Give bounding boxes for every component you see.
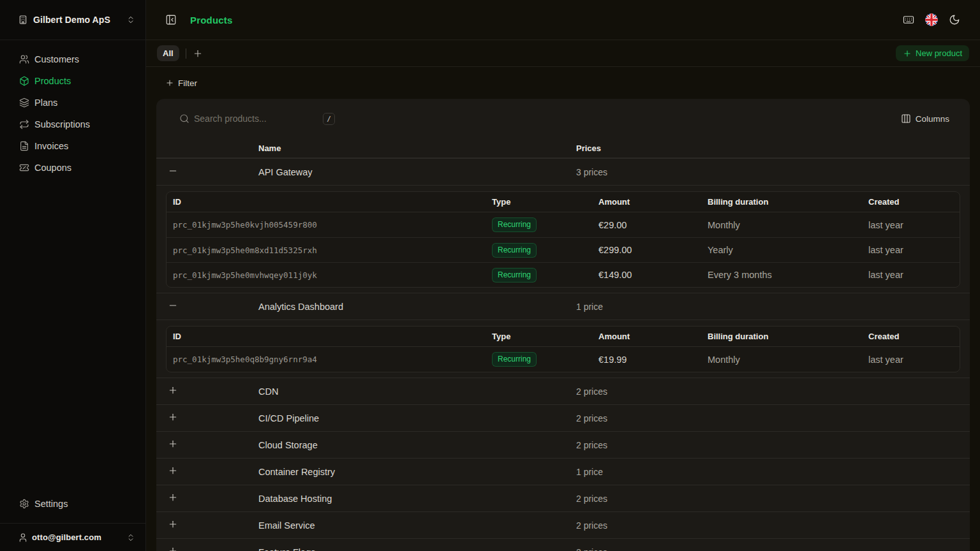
search-icon — [179, 114, 189, 124]
sidebar-item-customers[interactable]: Customers — [0, 49, 145, 70]
expand-row-button[interactable] — [168, 546, 178, 551]
price-row[interactable]: prc_01kjmw3p5he0q8b9gny6rnr9a4 Recurring… — [167, 347, 960, 372]
sidebar-item-settings[interactable]: Settings — [0, 494, 145, 514]
price-type-badge: Recurring — [492, 217, 537, 232]
price-type-badge: Recurring — [492, 352, 537, 367]
tab-divider — [186, 48, 186, 59]
add-filter-button[interactable]: Filter — [156, 78, 197, 88]
search-box[interactable]: / — [179, 113, 335, 125]
price-created: last year — [868, 270, 953, 280]
product-prices-count: 2 prices — [576, 547, 970, 551]
collapse-sidebar-button[interactable] — [165, 14, 177, 26]
collapse-row-button[interactable] — [168, 166, 178, 176]
sidebar-item-label: Coupons — [34, 163, 71, 173]
price-type-badge: Recurring — [492, 268, 537, 283]
plus-icon — [168, 466, 178, 476]
table-toolbar: / Columns — [156, 99, 970, 138]
price-row[interactable]: prc_01kjmw3p5he0m8xd11d5325rxh Recurring… — [167, 237, 960, 262]
expand-row-button[interactable] — [168, 439, 178, 449]
price-column-type: Type — [492, 332, 598, 341]
plus-icon — [168, 519, 178, 529]
sidebar-item-label: Plans — [34, 98, 57, 108]
price-id: prc_01kjmw3p5he0m8xd11d5325rxh — [173, 246, 492, 255]
price-created: last year — [868, 220, 953, 230]
product-row-analytics-dashboard[interactable]: Analytics Dashboard 1 price — [156, 293, 970, 320]
product-name: Database Hosting — [258, 494, 576, 504]
columns-button[interactable]: Columns — [901, 114, 949, 124]
price-id: prc_01kjmw3p5he0kvjh005459r800 — [173, 220, 492, 230]
uk-flag-icon — [925, 13, 938, 26]
add-view-button[interactable] — [193, 48, 203, 59]
user-icon — [18, 533, 28, 543]
product-row-cicd-pipeline[interactable]: CI/CD Pipeline 2 prices — [156, 404, 970, 431]
moon-icon — [949, 14, 960, 26]
expand-row-button[interactable] — [168, 519, 178, 529]
sidebar-item-plans[interactable]: Plans — [0, 92, 145, 113]
plus-icon — [168, 492, 178, 503]
price-row[interactable]: prc_01kjmw3p5he0kvjh005459r800 Recurring… — [167, 212, 960, 237]
product-row-api-gateway[interactable]: API Gateway 3 prices — [156, 158, 970, 185]
sidebar-item-label: Invoices — [34, 141, 68, 151]
keyboard-icon — [903, 14, 914, 26]
sidebar-nav: Customers Products Plans Subscriptions — [0, 40, 145, 494]
expand-row-button[interactable] — [168, 385, 178, 395]
expand-row-button[interactable] — [168, 492, 178, 503]
file-text-icon — [19, 141, 29, 151]
product-name: Analytics Dashboard — [258, 302, 576, 312]
org-switcher[interactable]: Gilbert Demo ApS — [0, 0, 145, 40]
plus-icon — [168, 439, 178, 449]
plus-icon — [903, 49, 912, 58]
product-row-email-service[interactable]: Email Service 2 prices — [156, 511, 970, 538]
price-amount: €19.99 — [598, 355, 708, 365]
product-row-database-hosting[interactable]: Database Hosting 2 prices — [156, 485, 970, 511]
product-row-cloud-storage[interactable]: Cloud Storage 2 prices — [156, 431, 970, 458]
sidebar-item-label: Customers — [34, 54, 79, 64]
collapse-row-button[interactable] — [168, 300, 178, 311]
chevrons-up-down-icon — [126, 15, 135, 24]
product-prices-count: 1 price — [576, 467, 970, 477]
product-prices-count: 3 prices — [576, 167, 970, 177]
product-row-feature-flags[interactable]: Feature Flags 2 prices — [156, 538, 970, 551]
dark-mode-toggle[interactable] — [949, 14, 960, 26]
sidebar-item-subscriptions[interactable]: Subscriptions — [0, 114, 145, 135]
language-switcher-button[interactable] — [925, 13, 938, 26]
product-row-cdn[interactable]: CDN 2 prices — [156, 378, 970, 404]
expand-row-button[interactable] — [168, 466, 178, 476]
user-email: otto@gilbert.com — [32, 533, 122, 542]
price-row[interactable]: prc_01kjmw3p5he0mvhwqey011j0yk Recurring… — [167, 262, 960, 287]
price-column-created: Created — [868, 332, 953, 341]
price-created: last year — [868, 355, 953, 365]
panel-left-close-icon — [165, 14, 177, 26]
tab-all[interactable]: All — [157, 45, 179, 61]
keyboard-shortcuts-button[interactable] — [903, 14, 914, 26]
sidebar-item-invoices[interactable]: Invoices — [0, 136, 145, 156]
product-prices-count: 2 prices — [576, 440, 970, 450]
columns-icon — [901, 114, 911, 124]
product-prices-count: 2 prices — [576, 494, 970, 504]
search-shortcut-kbd: / — [323, 113, 335, 125]
price-table-header: ID Type Amount Billing duration Created — [167, 327, 960, 347]
column-header-prices: Prices — [576, 143, 970, 153]
price-column-created: Created — [868, 197, 953, 207]
product-name: Email Service — [258, 520, 576, 531]
product-name: Feature Flags — [258, 547, 576, 551]
user-account-switcher[interactable]: otto@gilbert.com — [0, 523, 145, 551]
search-input[interactable] — [194, 114, 318, 124]
plus-icon — [193, 48, 203, 59]
new-product-button[interactable]: New product — [896, 45, 969, 61]
product-row-container-registry[interactable]: Container Registry 1 price — [156, 458, 970, 485]
view-tabs: All New product — [146, 40, 980, 67]
sidebar-item-products[interactable]: Products — [0, 71, 145, 91]
chevrons-up-down-icon — [126, 533, 135, 542]
filter-bar: Filter — [146, 67, 980, 99]
sidebar-item-coupons[interactable]: Coupons — [0, 158, 145, 178]
expand-row-button[interactable] — [168, 412, 178, 422]
org-name: Gilbert Demo ApS — [33, 15, 121, 25]
price-column-amount: Amount — [598, 332, 708, 341]
table-header-row: Name Prices — [156, 138, 970, 158]
price-column-billing: Billing duration — [708, 197, 868, 207]
topbar-actions — [903, 13, 960, 26]
price-amount: €29.00 — [598, 220, 708, 230]
gear-icon — [19, 499, 29, 509]
product-name: Container Registry — [258, 467, 576, 477]
